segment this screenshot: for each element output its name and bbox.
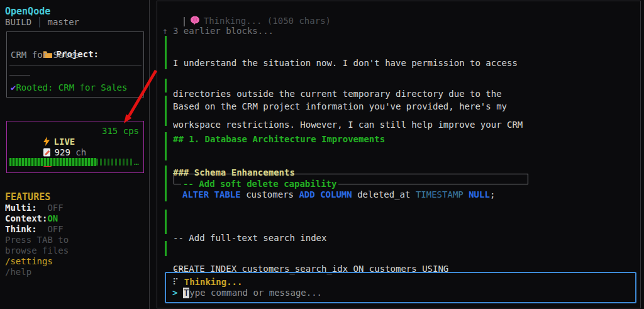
sql-keyword: NULL — [464, 189, 490, 199]
openqode-terminal-app: OpenQode BUILD │ master #screen [data-na… — [0, 0, 644, 309]
sql-keyword: ADD COLUMN — [299, 189, 352, 199]
thinking-header: Thinking... (1050 chars) — [162, 5, 331, 16]
separator-glyph: │ — [37, 17, 42, 27]
message-block-dashes: -- — [165, 241, 291, 256]
project-label-row: Project: — [11, 38, 99, 49]
sql-punctuation: ; — [490, 189, 495, 199]
command-help[interactable]: /help — [5, 267, 31, 278]
build-label: BUILD — [5, 17, 31, 27]
branch-label: master — [47, 17, 79, 27]
sql-identifier: deleted_at — [352, 189, 416, 199]
divider-short — [9, 75, 30, 76]
message-block-sql1: -- Add soft delete capability ALTER TABL… — [165, 166, 630, 201]
tokens-row: 233 tok — [11, 147, 93, 158]
sql-type: TIMESTAMP — [416, 189, 464, 199]
input-status-text: Thinking... — [184, 277, 243, 287]
progress-ellipsis: … — [134, 159, 139, 166]
message-block-paragraph2: Based on the CRM project information you… — [165, 79, 605, 93]
separator — [31, 17, 36, 27]
sql-keyword: ALTER TABLE — [182, 189, 241, 199]
paragraph-line: I understand the situation now. I don't … — [173, 58, 523, 69]
brain-icon — [190, 16, 200, 25]
quote-bar — [165, 241, 167, 256]
quote-bar — [165, 210, 167, 234]
feature-think-label: Think: — [5, 224, 47, 235]
thinking-status-text: Thinking... (1050 chars) — [204, 16, 331, 26]
command-input-box[interactable]: ⠏ Thinking... > Type command or message.… — [165, 272, 636, 303]
tab-hint-line2: browse files — [5, 245, 69, 256]
rooted-status: ✔Rooted: CRM for Sales — [11, 82, 127, 93]
chars-row: 929 ch — [11, 137, 86, 147]
spinner-icon: ⠏ — [172, 277, 179, 287]
tab-hint-line1: Press TAB to — [5, 235, 69, 245]
input-placeholder: ype command or message... — [189, 288, 322, 298]
input-status-row: ⠏ Thinking... — [172, 277, 242, 288]
features-heading: FEATURES — [5, 191, 50, 203]
rooted-label: Rooted: CRM for Sales — [16, 82, 127, 93]
quote-bar — [165, 132, 167, 160]
earlier-blocks-note[interactable]: ↑ 3 earlier blocks... — [162, 26, 274, 37]
message-block-heading3: ### Schema Enhancements — [165, 132, 605, 160]
feature-think: Think:OFF — [5, 224, 64, 235]
feature-multi-label: Multi: — [5, 203, 47, 213]
build-branch-line: BUILD │ master — [5, 17, 79, 28]
message-block-paragraph1: I understand the situation now. I don't … — [165, 36, 605, 69]
text-cursor: T — [183, 288, 189, 298]
sql-statement-1: ALTER TABLE customers ADD COLUMN deleted… — [182, 189, 495, 200]
quote-bar — [165, 166, 167, 201]
earlier-note-spacer — [167, 26, 172, 36]
prompt-spacer — [177, 288, 182, 298]
sql-identifier: customers — [241, 189, 299, 199]
sidebar-divider — [149, 0, 150, 309]
message-block-sql2: -- Add full-text search index CREATE IND… — [165, 210, 605, 234]
code-box-title: -- Add soft delete capability — [181, 179, 338, 189]
thinking-header-bar — [184, 17, 185, 26]
feature-multi: Multi:OFF — [5, 203, 64, 213]
feature-think-value: OFF — [47, 224, 63, 234]
project-name: CRM for Sales — [11, 50, 80, 60]
progress-bar-filled — [9, 158, 96, 166]
feature-context-value: ON — [47, 213, 58, 223]
app-title: OpenQode — [5, 6, 50, 17]
message-block-heading2: ## 1. Database Architecture Improvements — [165, 96, 605, 126]
earlier-note-text: 3 earlier blocks... — [173, 26, 274, 36]
command-settings[interactable]: /settings — [5, 256, 53, 267]
input-status-spacer — [179, 277, 184, 287]
feature-context: Context:ON — [5, 213, 58, 224]
feature-multi-value: OFF — [47, 203, 63, 213]
feature-context-label: Context: — [5, 213, 47, 224]
progress-bar: … — [9, 158, 139, 166]
red-annotation-arrow — [113, 60, 167, 130]
progress-bar-remaining — [96, 159, 133, 166]
input-prompt-row[interactable]: > Type command or message... — [172, 288, 322, 298]
